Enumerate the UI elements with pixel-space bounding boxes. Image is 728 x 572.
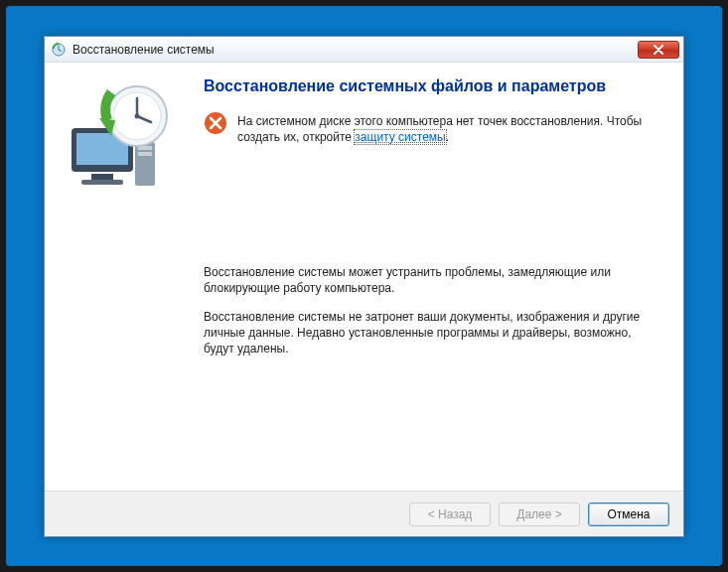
back-button: < Назад [409,502,491,526]
desktop-backdrop: Восстановление системы [6,6,722,566]
svg-rect-3 [91,174,113,180]
button-bar: < Назад Далее > Отмена [45,491,683,536]
next-button: Далее > [499,502,580,526]
left-pane [45,63,204,491]
alert-text: На системном диске этого компьютера нет … [237,113,657,145]
svg-rect-7 [138,152,152,156]
restore-graphic-icon [60,80,189,200]
cancel-button[interactable]: Отмена [588,502,669,526]
info-block: Восстановление системы может устранить п… [204,264,657,357]
titlebar: Восстановление системы [45,37,683,63]
page-heading: Восстановление системных файлов и параме… [204,76,657,97]
right-pane: Восстановление системных файлов и параме… [204,63,683,491]
close-button[interactable] [638,41,679,59]
svg-point-12 [135,114,140,119]
alert-row: На системном диске этого компьютера нет … [204,111,657,145]
svg-rect-4 [81,180,123,185]
error-icon [204,111,227,135]
close-icon [653,45,664,55]
window-title: Восстановление системы [73,43,638,57]
system-protection-link[interactable]: защиту системы [355,130,445,144]
wizard-body: Восстановление системных файлов и параме… [45,63,683,491]
alert-text-post: . [446,130,449,144]
restore-icon [51,42,67,58]
info-para-1: Восстановление системы может устранить п… [204,264,657,296]
system-restore-window: Восстановление системы [44,36,684,537]
info-para-2: Восстановление системы не затронет ваши … [204,309,657,358]
